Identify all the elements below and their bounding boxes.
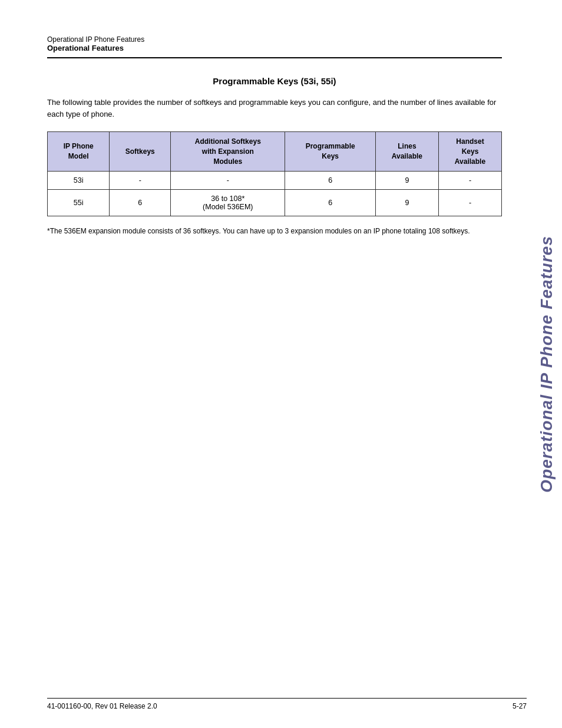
sidebar-label-text: Operational IP Phone Features <box>537 236 556 493</box>
col-header-lines-available: LinesAvailable <box>375 132 438 172</box>
col-header-ip-phone-model: IP PhoneModel <box>48 132 110 172</box>
cell-programmable-keys: 6 <box>285 172 375 190</box>
programmable-keys-table: IP PhoneModel Softkeys Additional Softke… <box>47 131 502 216</box>
footer-left: 41-001160-00, Rev 01 Release 2.0 <box>47 702 157 710</box>
cell-additional-softkeys: 36 to 108*(Model 536EM) <box>171 190 285 216</box>
table-footnote: *The 536EM expansion module consists of … <box>47 226 502 236</box>
cell-softkeys: - <box>110 172 171 190</box>
col-header-softkeys: Softkeys <box>110 132 171 172</box>
cell-model: 55i <box>48 190 110 216</box>
table-header-row: IP PhoneModel Softkeys Additional Softke… <box>48 132 502 172</box>
cell-programmable-keys: 6 <box>285 190 375 216</box>
sidebar-label: Operational IP Phone Features <box>531 0 562 728</box>
col-header-programmable-keys: ProgrammableKeys <box>285 132 375 172</box>
cell-lines-available: 9 <box>375 190 438 216</box>
breadcrumb: Operational IP Phone Features Operationa… <box>47 35 502 58</box>
col-header-additional-softkeys: Additional Softkeyswith ExpansionModules <box>171 132 285 172</box>
main-content: Operational IP Phone Features Operationa… <box>0 0 531 260</box>
cell-handset-keys: - <box>438 190 501 216</box>
page-container: Operational IP Phone Features Operationa… <box>0 0 562 728</box>
cell-additional-softkeys: - <box>171 172 285 190</box>
cell-softkeys: 6 <box>110 190 171 216</box>
footer-right: 5-27 <box>513 702 527 710</box>
breadcrumb-line1: Operational IP Phone Features <box>47 35 502 44</box>
cell-lines-available: 9 <box>375 172 438 190</box>
cell-handset-keys: - <box>438 172 501 190</box>
section-description: The following table provides the number … <box>47 97 502 120</box>
page-footer: 41-001160-00, Rev 01 Release 2.0 5-27 <box>47 698 527 710</box>
col-header-handset-keys: HandsetKeysAvailable <box>438 132 501 172</box>
section-title: Programmable Keys (53i, 55i) <box>47 76 502 86</box>
table-row: 53i--69- <box>48 172 502 190</box>
breadcrumb-line2: Operational Features <box>47 44 502 52</box>
cell-model: 53i <box>48 172 110 190</box>
table-row: 55i636 to 108*(Model 536EM)69- <box>48 190 502 216</box>
